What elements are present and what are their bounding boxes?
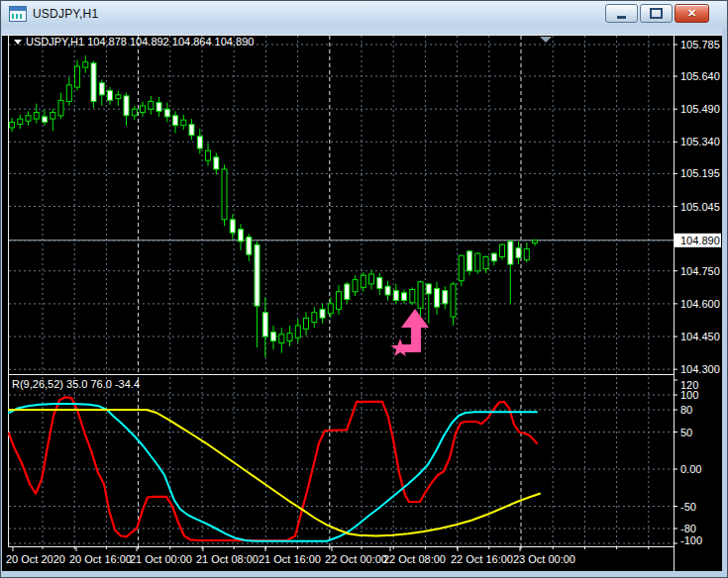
candle <box>287 334 292 341</box>
candle <box>279 335 284 343</box>
time-tick-label: 21 Oct 08:00 <box>196 553 259 565</box>
candle <box>320 309 325 318</box>
candle <box>483 256 488 268</box>
minimize-icon <box>617 16 626 19</box>
candle <box>468 251 472 271</box>
candle <box>524 249 529 260</box>
price-tick-label: 105.340 <box>680 136 720 147</box>
current-price-text: 104.890 <box>680 235 720 246</box>
candle <box>443 291 448 304</box>
candle <box>353 280 358 292</box>
candle <box>516 248 521 258</box>
symbol-ohlc-text: USDJPY,H1 104.878 104.892 104.864 104.89… <box>26 36 254 48</box>
candle <box>426 284 431 294</box>
candle <box>230 220 235 233</box>
indicator-tick-label: 100 <box>680 389 698 401</box>
maximize-icon <box>650 8 663 19</box>
candle <box>141 106 146 113</box>
candle <box>164 109 169 117</box>
candle <box>26 116 31 122</box>
candle <box>312 313 317 323</box>
candle <box>206 150 211 160</box>
time-tick-label: 21 Oct 16:00 <box>259 553 321 565</box>
candle <box>189 125 194 136</box>
candle <box>377 277 382 288</box>
time-tick-label: 20 Oct 16:00 <box>69 553 132 565</box>
candle <box>156 103 161 112</box>
candle <box>385 286 390 295</box>
candle <box>108 90 113 100</box>
candle <box>214 157 219 169</box>
candle <box>91 63 96 102</box>
candle <box>18 119 23 125</box>
indicator-tick-label: 80 <box>680 404 692 416</box>
window-title: USDJPY,H1 <box>33 7 98 21</box>
indicator-tick-label: -50 <box>680 501 696 513</box>
price-tick-label: 104.750 <box>680 265 720 277</box>
candle <box>337 292 342 310</box>
price-tick-label: 104.300 <box>680 363 720 375</box>
candle <box>173 116 178 126</box>
candle <box>149 102 154 110</box>
indicator-tick-label: -100 <box>680 534 702 546</box>
maximize-button[interactable] <box>640 4 673 23</box>
price-tick-label: 105.785 <box>680 39 720 50</box>
candle <box>181 120 186 126</box>
time-tick-label: 22 Oct 08:00 <box>383 553 446 565</box>
candle <box>255 244 260 306</box>
candle <box>132 109 137 116</box>
candle <box>43 117 48 123</box>
indicator-tick-label: 50 <box>680 427 692 438</box>
candle <box>66 85 71 102</box>
candle <box>239 230 244 241</box>
price-tick-label: 105.195 <box>680 167 720 179</box>
indicator-tick-label: 0.00 <box>680 463 701 475</box>
candle <box>197 137 202 148</box>
chart-window-icon <box>9 6 27 22</box>
price-tick-label: 105.490 <box>680 103 720 115</box>
price-tick-label: 105.045 <box>680 201 720 213</box>
candle <box>116 95 121 99</box>
mt4-chart-window: USDJPY,H1 104.878 104.892 104.864 104.89… <box>0 0 728 578</box>
candle <box>475 253 480 271</box>
time-tick-label: 22 Oct 00:00 <box>325 553 387 565</box>
candle <box>304 318 309 329</box>
candle <box>328 304 333 314</box>
candle <box>124 96 129 116</box>
candle <box>58 100 63 116</box>
window-controls: ✕ <box>605 4 709 23</box>
candle <box>222 169 227 220</box>
candle <box>402 293 407 301</box>
candle <box>435 288 440 307</box>
candle <box>345 284 350 300</box>
candle <box>418 282 423 309</box>
candle <box>451 284 456 317</box>
candle <box>83 62 88 67</box>
time-tick-label: 23 Oct 00:00 <box>513 553 575 565</box>
candle <box>459 255 464 280</box>
ohlc-label: USDJPY,H1 104.878 104.892 104.864 104.89… <box>14 36 254 48</box>
price-tick-label: 105.640 <box>680 70 720 82</box>
time-tick-label: 22 Oct 16:00 <box>451 553 513 565</box>
time-tick-label: 20 Oct 2020 <box>6 553 65 565</box>
close-icon: ✕ <box>687 8 696 19</box>
candle <box>271 333 276 341</box>
candle <box>491 253 496 261</box>
minimize-button[interactable] <box>605 4 638 23</box>
candle <box>508 241 513 264</box>
price-tick-label: 104.600 <box>680 298 720 310</box>
candle <box>295 326 300 337</box>
close-button[interactable]: ✕ <box>675 4 709 23</box>
candle <box>369 274 374 284</box>
candle <box>10 123 15 129</box>
title-bar[interactable]: USDJPY,H1 ✕ <box>1 1 727 27</box>
candle <box>410 290 415 303</box>
candle <box>500 244 505 256</box>
candle <box>75 66 80 87</box>
indicator-label: R(9,26,52) 35.0 76.0 -34.4 <box>12 378 140 390</box>
candle <box>262 313 267 337</box>
candle <box>51 113 55 120</box>
candle <box>99 83 104 95</box>
time-tick-label: 21 Oct 00:00 <box>130 553 192 565</box>
chart-canvas[interactable]: USDJPY,H1 104.878 104.892 104.864 104.89… <box>0 0 728 578</box>
